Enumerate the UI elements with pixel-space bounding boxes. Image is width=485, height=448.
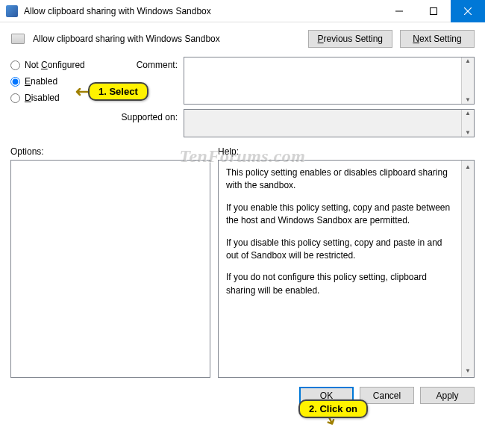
help-label: Help: xyxy=(218,146,239,157)
help-paragraph: If you disable this policy setting, copy… xyxy=(226,237,454,263)
radio-disabled-label: Disabled xyxy=(25,93,60,103)
callout-select: 1. Select xyxy=(88,82,148,101)
supported-on-box xyxy=(184,110,461,137)
comment-textarea[interactable] xyxy=(184,57,461,104)
supported-label: Supported on: xyxy=(119,109,178,137)
policy-icon xyxy=(10,31,25,46)
window-title: Allow clipboard sharing with Windows San… xyxy=(24,6,382,16)
help-panel: This policy setting enables or disables … xyxy=(218,160,475,378)
radio-not-configured-label: Not Configured xyxy=(25,60,85,70)
app-icon xyxy=(6,5,18,17)
cancel-button[interactable]: Cancel xyxy=(360,387,414,404)
minimize-button[interactable] xyxy=(382,0,416,22)
next-setting-button[interactable]: Next Setting xyxy=(400,30,475,48)
comment-scrollbar[interactable]: ▲▼ xyxy=(461,57,474,104)
help-scrollbar[interactable]: ▲▼ xyxy=(461,161,474,377)
help-paragraph: If you do not configure this policy sett… xyxy=(226,271,454,297)
help-paragraph: If you enable this policy setting, copy … xyxy=(226,202,454,228)
radio-not-configured[interactable]: Not Configured xyxy=(10,60,107,70)
radio-enabled-input[interactable] xyxy=(10,77,20,87)
help-content: This policy setting enables or disables … xyxy=(219,161,461,377)
close-button[interactable] xyxy=(451,0,485,22)
svg-rect-1 xyxy=(431,7,437,14)
radio-not-configured-input[interactable] xyxy=(10,60,20,70)
apply-button[interactable]: Apply xyxy=(420,387,475,404)
help-paragraph: This policy setting enables or disables … xyxy=(226,167,454,193)
radio-disabled-input[interactable] xyxy=(10,93,20,103)
callout-click: 2. Click on xyxy=(298,399,368,418)
supported-scrollbar[interactable]: ▲▼ xyxy=(461,110,474,137)
options-label: Options: xyxy=(10,146,210,157)
maximize-button[interactable] xyxy=(416,0,451,22)
radio-enabled-label: Enabled xyxy=(25,76,57,87)
options-panel xyxy=(10,160,210,378)
callout-select-arrow xyxy=(72,87,89,97)
previous-setting-button[interactable]: Previous Setting xyxy=(308,30,392,48)
policy-title: Allow clipboard sharing with Windows San… xyxy=(33,34,301,44)
